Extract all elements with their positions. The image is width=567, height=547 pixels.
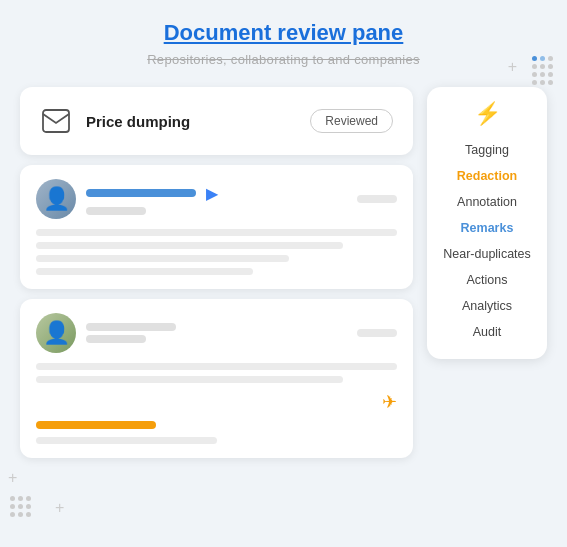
comment-lines-2 [36, 363, 397, 383]
comment-card-2: 👤 ✈ [20, 299, 413, 458]
dot [540, 64, 545, 69]
nav-item-audit[interactable]: Audit [427, 319, 547, 345]
timestamp-skeleton-2 [357, 329, 397, 337]
dot [532, 64, 537, 69]
dot [548, 72, 553, 77]
nav-item-actions[interactable]: Actions [427, 267, 547, 293]
text-line [36, 376, 343, 383]
dot [548, 80, 553, 85]
dot [532, 72, 537, 77]
nav-item-remarks[interactable]: Remarks [427, 215, 547, 241]
document-title: Price dumping [86, 113, 296, 130]
dot [532, 56, 537, 61]
comment-meta-1: ▶ [86, 184, 347, 215]
decorative-dots-bottom-left [10, 496, 31, 517]
orange-input-bar[interactable] [36, 421, 156, 429]
avatar-1: 👤 [36, 179, 76, 219]
dot [18, 512, 23, 517]
dot [10, 496, 15, 501]
dot [548, 56, 553, 61]
dot [540, 72, 545, 77]
left-panel: Price dumping Reviewed 👤 ▶ [20, 87, 413, 458]
plus-icon-bottom-left: + [8, 469, 17, 487]
text-line [36, 437, 217, 444]
reviewed-badge[interactable]: Reviewed [310, 109, 393, 133]
dot [540, 80, 545, 85]
dot [532, 80, 537, 85]
skeleton-sub-bar-2 [86, 335, 146, 343]
text-line [36, 255, 289, 262]
dot [26, 512, 31, 517]
dot [10, 504, 15, 509]
text-line [36, 268, 253, 275]
skeleton-sub-bar [86, 207, 146, 215]
right-nav-panel: ⚡ Tagging Redaction Annotation Remarks N… [427, 87, 547, 359]
dot [18, 496, 23, 501]
main-content: Price dumping Reviewed 👤 ▶ [20, 87, 547, 458]
nav-item-near-duplicates[interactable]: Near-duplicates [427, 241, 547, 267]
text-line [36, 363, 397, 370]
page-title: Document review pane [164, 20, 404, 46]
plus-icon-top: + [508, 58, 517, 76]
text-line [36, 229, 397, 236]
mail-icon [40, 105, 72, 137]
avatar-2: 👤 [36, 313, 76, 353]
skeleton-name-bar-2 [86, 323, 176, 331]
dot [10, 512, 15, 517]
page-subtitle: Repositories, collaborating to and compa… [147, 52, 420, 67]
timestamp-skeleton [357, 195, 397, 203]
send-icon[interactable]: ✈ [382, 391, 397, 413]
decorative-dots-top-right [532, 56, 553, 85]
document-card: Price dumping Reviewed [20, 87, 413, 155]
comment-header-1: 👤 ▶ [36, 179, 397, 219]
dot [540, 56, 545, 61]
svg-rect-0 [43, 110, 69, 132]
comment-card-1: 👤 ▶ [20, 165, 413, 289]
comment-header-2: 👤 [36, 313, 397, 353]
dot [26, 496, 31, 501]
comment-lines-1 [36, 229, 397, 275]
dot [18, 504, 23, 509]
nav-item-redaction[interactable]: Redaction [427, 163, 547, 189]
dot [26, 504, 31, 509]
nav-item-tagging[interactable]: Tagging [427, 137, 547, 163]
plus-icon-bottom-left2: + [55, 499, 64, 517]
lightning-icon: ⚡ [474, 101, 501, 127]
nav-item-analytics[interactable]: Analytics [427, 293, 547, 319]
dot [548, 64, 553, 69]
skeleton-name-bar [86, 189, 196, 197]
cursor-icon: ▶ [206, 184, 218, 203]
comment-meta-2 [86, 323, 347, 343]
nav-item-annotation[interactable]: Annotation [427, 189, 547, 215]
text-line [36, 242, 343, 249]
